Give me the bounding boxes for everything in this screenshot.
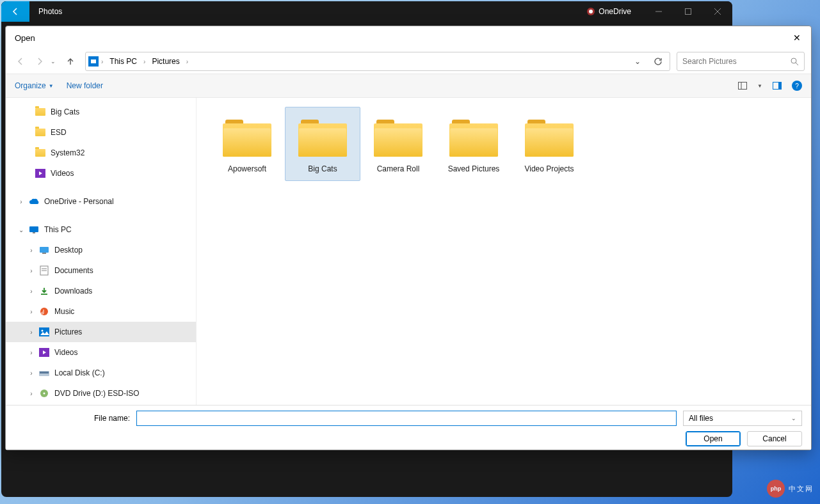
onedrive-icon: [29, 197, 39, 206]
preview-pane-button[interactable]: [771, 80, 783, 91]
close-button[interactable]: [703, 1, 732, 22]
dvd-icon: [39, 389, 49, 398]
expand-icon[interactable]: ›: [17, 198, 25, 205]
breadcrumb-this-pc[interactable]: This PC: [106, 56, 141, 67]
collapse-icon[interactable]: ⌄: [17, 226, 25, 233]
folder-item[interactable]: Saved Pictures: [436, 107, 511, 181]
folder-label: Camera Roll: [377, 164, 420, 173]
sidebar-item-big-cats[interactable]: Big Cats: [6, 102, 196, 122]
svg-point-20: [42, 330, 44, 332]
sidebar-item-system32[interactable]: System32: [6, 143, 196, 163]
expand-icon[interactable]: ›: [28, 329, 35, 336]
file-name-input[interactable]: [136, 411, 677, 426]
expand-icon[interactable]: ›: [28, 247, 35, 254]
folder-item[interactable]: Apowersoft: [209, 107, 285, 181]
pictures-location-icon: [88, 56, 99, 67]
svg-point-18: [40, 308, 48, 315]
folder-label: Video Projects: [524, 164, 574, 173]
sidebar-item-downloads[interactable]: ›Downloads: [6, 281, 196, 301]
file-name-label: File name:: [15, 414, 130, 423]
svg-point-2: [791, 58, 796, 63]
expand-icon[interactable]: ›: [28, 370, 35, 377]
sidebar-item-esd[interactable]: ESD: [6, 122, 196, 143]
folder-label: Apowersoft: [228, 164, 266, 173]
address-bar[interactable]: › This PC › Pictures › ⌄: [85, 52, 670, 71]
watermark-text: 中文网: [789, 484, 814, 494]
dialog-header: Open ✕: [6, 26, 811, 49]
breadcrumb-separator-icon: ›: [186, 58, 188, 65]
expand-icon[interactable]: ›: [28, 390, 35, 397]
file-type-filter[interactable]: All files⌄: [683, 411, 802, 426]
search-box[interactable]: [677, 52, 805, 71]
dialog-close-button[interactable]: ✕: [789, 30, 805, 45]
cancel-button[interactable]: Cancel: [747, 431, 802, 446]
expand-icon[interactable]: ›: [28, 349, 35, 356]
view-controls: ▼ ?: [737, 80, 802, 91]
watermark-badge: php: [767, 480, 785, 498]
expand-icon[interactable]: ›: [28, 288, 35, 295]
desktop-icon: [39, 246, 49, 255]
folder-item[interactable]: Video Projects: [511, 107, 587, 181]
onedrive-icon: [587, 8, 595, 15]
sidebar-item-videos[interactable]: ›Videos: [6, 342, 196, 363]
folder-grid: ApowersoftBig CatsCamera RollSaved Pictu…: [209, 107, 798, 181]
folder-item[interactable]: Big Cats: [285, 107, 360, 181]
window-controls: [644, 1, 732, 22]
navigation-row: ⌄ › This PC › Pictures › ⌄: [6, 49, 811, 74]
documents-icon: [39, 266, 49, 275]
expand-icon[interactable]: ›: [28, 267, 35, 274]
folder-icon: [449, 120, 498, 157]
body-area: Big Cats ESD System32 Videos ›OneDrive -…: [6, 98, 811, 405]
sidebar-item-music[interactable]: ›Music: [6, 301, 196, 322]
nav-forward-button[interactable]: [31, 53, 48, 70]
watermark: php 中文网: [767, 480, 814, 498]
new-folder-button[interactable]: New folder: [67, 81, 103, 90]
svg-line-3: [796, 63, 798, 65]
open-button[interactable]: Open: [686, 431, 741, 446]
open-file-dialog: Open ✕ ⌄ › This PC › Pictures › ⌄ Organi…: [5, 26, 812, 450]
minimize-button[interactable]: [644, 1, 673, 22]
maximize-button[interactable]: [673, 1, 703, 22]
svg-rect-4: [739, 83, 747, 90]
address-dropdown-button[interactable]: ⌄: [629, 52, 647, 70]
svg-rect-11: [33, 232, 35, 233]
search-icon: [790, 57, 799, 66]
breadcrumb-pictures[interactable]: Pictures: [148, 56, 183, 67]
organize-button[interactable]: Organize ▼: [15, 81, 54, 90]
sidebar-item-desktop[interactable]: ›Desktop: [6, 240, 196, 260]
nav-back-button[interactable]: [12, 53, 29, 70]
sidebar-item-pictures[interactable]: ›Pictures: [6, 322, 196, 342]
folder-icon: [374, 120, 422, 157]
sidebar-item-onedrive[interactable]: ›OneDrive - Personal: [6, 191, 196, 212]
downloads-icon: [39, 287, 49, 295]
breadcrumb-separator-icon: ›: [143, 58, 145, 65]
sidebar-item-dvd-drive-d-esd-iso[interactable]: ›DVD Drive (D:) ESD-ISO: [6, 383, 196, 404]
nav-recent-dropdown[interactable]: ⌄: [51, 58, 60, 65]
titlebar: Photos OneDrive: [1, 1, 732, 22]
pictures-icon: [39, 327, 49, 336]
sidebar-item-this-pc[interactable]: ⌄This PC: [6, 219, 196, 240]
view-layout-button[interactable]: [737, 80, 748, 91]
app-back-button[interactable]: [1, 1, 29, 22]
help-button[interactable]: ?: [792, 81, 802, 91]
content-pane[interactable]: ApowersoftBig CatsCamera RollSaved Pictu…: [197, 98, 811, 405]
sidebar-item-videos-quick[interactable]: Videos: [6, 163, 196, 184]
cloud-status[interactable]: OneDrive: [587, 7, 631, 16]
search-input[interactable]: [682, 57, 790, 66]
svg-rect-24: [40, 372, 49, 374]
videos-icon: [39, 348, 49, 357]
toolbar: Organize ▼ New folder ▼ ?: [6, 74, 811, 98]
nav-up-button[interactable]: [62, 53, 79, 70]
folder-item[interactable]: Camera Roll: [360, 107, 436, 181]
sidebar-item-local-disk-c-[interactable]: ›Local Disk (C:): [6, 363, 196, 383]
folder-label: Big Cats: [308, 164, 337, 173]
navigation-tree: Big Cats ESD System32 Videos ›OneDrive -…: [6, 98, 197, 405]
this-pc-icon: [29, 225, 39, 234]
sidebar-item-documents[interactable]: ›Documents: [6, 260, 196, 281]
view-dropdown-icon[interactable]: ▼: [757, 83, 762, 89]
breadcrumb-separator-icon: ›: [101, 58, 103, 65]
disk-icon: [39, 368, 49, 377]
folder-label: Saved Pictures: [448, 164, 500, 173]
refresh-button[interactable]: [649, 52, 667, 70]
expand-icon[interactable]: ›: [28, 308, 35, 315]
